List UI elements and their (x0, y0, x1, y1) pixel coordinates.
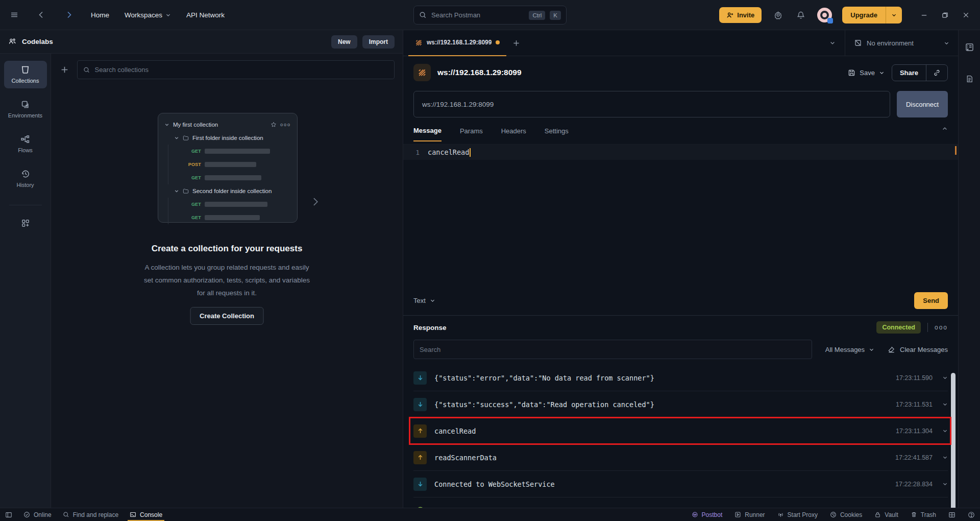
request-section-tabs: Message Params Headers Settings (413, 127, 948, 142)
online-status[interactable]: Online (23, 508, 52, 521)
tab-message[interactable]: Message (413, 127, 442, 141)
workspace-header: Codelabs New Import (0, 30, 403, 54)
chevron-down-icon (944, 40, 949, 46)
trash-button[interactable]: Trash (911, 508, 936, 521)
share-button[interactable]: Share (892, 64, 948, 81)
top-bar: Home Workspaces API Network Search Postm… (0, 0, 980, 30)
find-and-replace-button[interactable]: Find and replace (63, 508, 118, 521)
folder-name: First folder inside collection (192, 135, 263, 141)
configure-sidebar-button[interactable] (4, 217, 47, 230)
message-row[interactable]: Connected to ws://192.168.1.29:8099 17:2… (413, 498, 948, 508)
response-toolbar: All Messages Clear Messages (403, 336, 958, 365)
cookies-button[interactable]: Cookies (830, 508, 862, 521)
console-button[interactable]: Console (130, 508, 162, 521)
message-editor[interactable]: 1 cancelRead (403, 144, 958, 288)
toggle-sidebar-button[interactable] (5, 508, 12, 521)
expand-row-icon[interactable] (942, 401, 948, 407)
new-tab-button[interactable] (506, 39, 526, 47)
message-filter-select[interactable]: All Messages (825, 346, 874, 353)
message-row[interactable]: readScannerData 17:22:41.587 (413, 444, 948, 471)
request-header: ws://192.168.1.29:8099 Save Share (403, 56, 958, 86)
carousel-next-icon[interactable] (310, 197, 321, 207)
start-proxy-button[interactable]: Start Proxy (777, 508, 818, 521)
documentation-icon[interactable] (965, 75, 974, 83)
forward-arrow-icon[interactable] (63, 9, 76, 21)
environment-quick-look-icon[interactable] (965, 42, 974, 52)
received-arrow-icon (413, 398, 427, 411)
line-number: 1 (403, 149, 428, 156)
websocket-badge-icon (413, 64, 431, 81)
message-row[interactable]: {"status":"success","data":"Read operati… (413, 391, 948, 418)
tab-settings[interactable]: Settings (545, 127, 569, 141)
expand-row-icon[interactable] (942, 455, 948, 460)
runner-button[interactable]: Runner (734, 508, 765, 521)
message-row[interactable]: Connected to WebSocketService 17:22:28.8… (413, 471, 948, 498)
sidebar-item-environments[interactable]: Environments (4, 96, 47, 123)
message-row[interactable]: {"status":"error","data":"No data read f… (413, 365, 948, 391)
editor-active-line[interactable]: 1 cancelRead (403, 145, 958, 160)
chevron-down-icon[interactable] (879, 70, 885, 76)
expand-row-icon[interactable] (942, 375, 948, 381)
message-format-select[interactable]: Text (413, 297, 435, 304)
sidebar-item-history[interactable]: History (4, 165, 47, 193)
empty-state-body: A collection lets you group related requ… (141, 261, 313, 299)
response-search-input[interactable] (420, 346, 806, 353)
ellipsis-icon: ooo (280, 122, 291, 127)
create-collection-button[interactable]: Create Collection (190, 307, 264, 325)
tab-params[interactable]: Params (460, 127, 483, 141)
new-button[interactable]: New (331, 35, 357, 49)
websocket-url-input[interactable] (413, 91, 890, 117)
chevron-down-icon (430, 298, 435, 303)
editor-content[interactable]: cancelRead (428, 148, 469, 156)
notifications-bell-icon[interactable] (795, 9, 807, 21)
save-button[interactable]: Save (848, 69, 885, 77)
hamburger-menu-icon[interactable] (8, 9, 20, 21)
request-tab-active[interactable]: ws://192.168.1.29:8099 (408, 30, 506, 56)
response-scrollbar[interactable] (951, 373, 955, 508)
copy-link-icon[interactable] (926, 65, 947, 81)
window-minimize-button[interactable] (916, 9, 932, 21)
upgrade-split-button[interactable]: Upgrade (842, 7, 902, 23)
search-icon (83, 66, 90, 74)
no-environment-icon (854, 39, 862, 47)
nav-api-network[interactable]: API Network (186, 11, 225, 19)
back-arrow-icon[interactable] (35, 9, 47, 21)
folder-name: Second folder inside collection (192, 188, 272, 194)
tab-headers[interactable]: Headers (501, 127, 526, 141)
expand-row-icon[interactable] (942, 428, 948, 434)
sidebar-item-collections[interactable]: Collections (4, 61, 47, 88)
import-button[interactable]: Import (362, 35, 395, 49)
help-button[interactable] (968, 508, 975, 521)
send-button[interactable]: Send (914, 292, 948, 309)
request-title: ws://192.168.1.29:8099 (437, 68, 522, 77)
window-restore-button[interactable] (937, 9, 953, 21)
global-search-input[interactable]: Search Postman Ctrl K (413, 6, 567, 25)
split-pane-button[interactable] (948, 508, 955, 521)
collapse-section-icon[interactable] (942, 126, 948, 132)
upgrade-button[interactable]: Upgrade (842, 7, 886, 23)
user-avatar[interactable] (817, 8, 832, 22)
collections-search[interactable] (77, 60, 395, 79)
response-options-icon[interactable]: ooo (935, 324, 948, 331)
add-collection-icon[interactable] (58, 63, 71, 76)
postbot-button[interactable]: Postbot (692, 508, 723, 521)
response-title: Response (413, 324, 447, 331)
nav-workspaces[interactable]: Workspaces (125, 11, 171, 19)
invite-button[interactable]: Invite (719, 7, 762, 23)
message-row-highlighted[interactable]: cancelRead 17:23:11.304 (413, 418, 948, 444)
settings-gear-icon[interactable] (772, 9, 785, 21)
expand-row-icon[interactable] (942, 481, 948, 487)
collections-search-input[interactable] (94, 66, 388, 74)
vault-button[interactable]: Vault (874, 508, 898, 521)
disconnect-button[interactable]: Disconnect (897, 91, 948, 117)
clear-messages-button[interactable]: Clear Messages (888, 346, 948, 353)
workspace-switcher[interactable]: Codelabs (8, 37, 53, 46)
window-close-button[interactable] (958, 9, 974, 21)
environment-selector[interactable]: No environment (845, 30, 958, 56)
response-search[interactable] (413, 340, 812, 359)
sidebar-item-flows[interactable]: Flows (4, 130, 47, 158)
upgrade-dropdown-button[interactable] (886, 7, 902, 23)
nav-home[interactable]: Home (91, 11, 109, 19)
eraser-icon (888, 346, 895, 353)
tab-list-dropdown-icon[interactable] (820, 40, 845, 46)
